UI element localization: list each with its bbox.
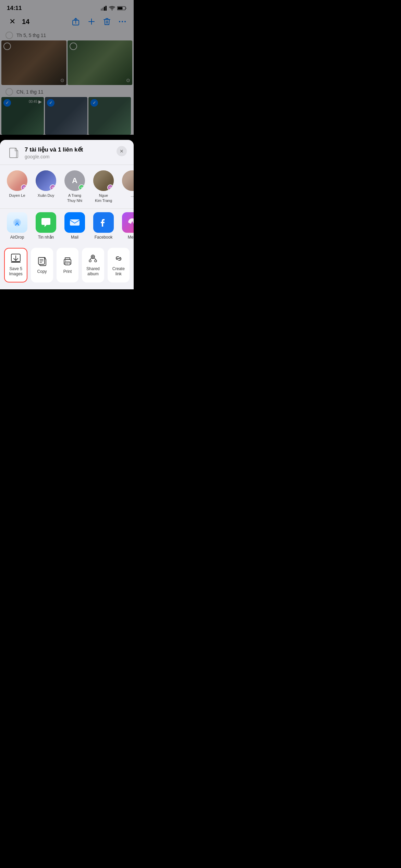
share-close-button[interactable]: ✕ [117,146,127,156]
app-item-messages[interactable]: Tin nhắn [34,212,58,240]
svg-rect-26 [65,262,70,265]
app-item-facebook[interactable]: Facebook [92,212,115,240]
contact-item-1[interactable]: ✉ Duyen Le [5,170,29,203]
app-label-mail: Mail [71,235,78,240]
shared-album-label: Sharedalbum [86,266,100,277]
contact-item-4[interactable]: ✉ NgueKim Trang [92,170,115,203]
svg-point-29 [65,260,66,261]
facebook-app-icon [93,212,114,233]
contact-avatar-3: A ✉ [64,170,85,191]
app-label-airdrop: AirDrop [10,235,24,240]
share-sheet: 7 tài liệu và 1 liên kết google.com ✕ ✉ … [0,140,134,289]
create-link-icon [113,253,124,264]
contact-avatar-5 [122,170,134,191]
shared-album-icon [88,253,98,264]
copy-icon [37,256,47,266]
save-images-icon [11,253,21,264]
share-doc-icon [7,146,21,160]
mail-app-icon [64,212,85,233]
airdrop-icon [7,212,27,233]
contact-name-1: Duyen Le [9,193,25,198]
contacts-row: ✉ Duyen Le ✉ Xuân Duy A ✉ [0,165,134,208]
contact-badge-3: ✉ [78,184,85,191]
contact-name-3: A TrangThuy Nhi [67,193,82,203]
copy-label: Copy [37,269,47,275]
svg-point-32 [95,260,97,262]
app-label-facebook: Facebook [95,235,113,240]
print-label: Print [63,269,72,275]
contact-avatar-4: ✉ [93,170,114,191]
contact-name-4: NgueKim Trang [95,193,112,203]
apps-row: AirDrop Tin nhắn Mail [0,208,134,245]
messages-app-icon [36,212,56,233]
create-link-label: Create link [110,266,127,277]
app-label-messages: Tin nhắn [38,235,54,240]
contact-avatar-1: ✉ [7,170,27,191]
shared-album-button[interactable]: Sharedalbum [82,248,104,282]
create-link-button[interactable]: Create link [108,248,130,282]
copy-button[interactable]: Copy [31,248,53,282]
contact-name-2: Xuân Duy [38,193,54,198]
save-images-button[interactable]: Save 5Images [4,248,27,282]
contact-item-3[interactable]: A ✉ A TrangThuy Nhi [63,170,86,203]
app-item-airdrop[interactable]: AirDrop [5,212,29,240]
svg-rect-17 [70,219,80,226]
save-images-label: Save 5Images [9,266,23,277]
share-header: 7 tài liệu và 1 liên kết google.com ✕ [0,140,134,165]
app-label-more: Me... [128,235,134,240]
share-title: 7 tài liệu và 1 liên kết [25,146,117,153]
svg-point-16 [17,222,18,223]
contact-item-5[interactable]: ... [121,170,134,203]
print-button[interactable]: Print [57,248,78,282]
contact-item-2[interactable]: ✉ Xuân Duy [34,170,58,203]
actions-row: Save 5Images Copy [0,245,134,286]
share-subtitle: google.com [25,154,117,159]
print-icon [62,256,73,266]
svg-point-31 [89,260,91,262]
app-item-more[interactable]: Me... [121,212,134,240]
contact-name-5: ... [131,193,134,198]
svg-rect-12 [10,148,16,158]
more-app-icon [122,212,134,233]
app-item-mail[interactable]: Mail [63,212,86,240]
contact-avatar-2: ✉ [36,170,56,191]
